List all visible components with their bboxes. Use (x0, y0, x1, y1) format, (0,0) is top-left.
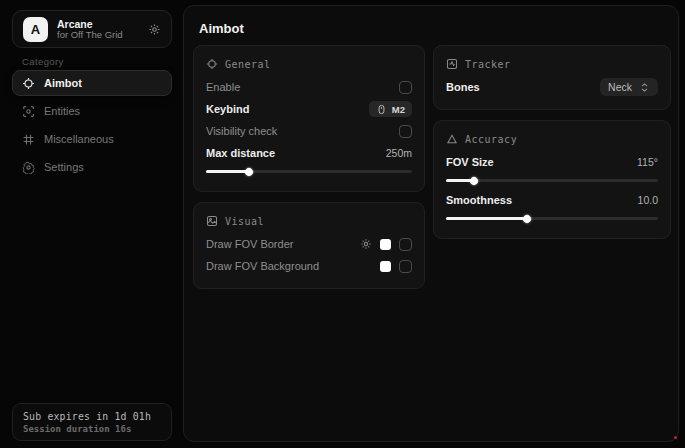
tracker-icon (446, 58, 458, 70)
keybind-label: Keybind (206, 103, 249, 115)
crosshair-icon (206, 58, 218, 70)
sub-expiry-text: Sub expires in 1d 01h (23, 411, 161, 422)
bones-label: Bones (446, 81, 480, 93)
image-icon (206, 215, 218, 227)
sidebar-item-entities[interactable]: Entities (12, 98, 172, 124)
visibility-check-row: Visibility check (206, 120, 412, 142)
sidebar-item-label: Settings (44, 161, 84, 173)
gear-icon[interactable] (148, 23, 161, 36)
max-distance-slider[interactable] (206, 165, 412, 177)
tracker-card: Tracker Bones Neck (433, 45, 671, 110)
fov-background-color-swatch[interactable] (380, 261, 391, 272)
accuracy-card: Accuracy FOV Size 115° Smoothness 10.0 (433, 120, 671, 239)
fov-size-row: FOV Size 115° (446, 151, 658, 173)
app-logo-letter: A (31, 22, 40, 37)
draw-fov-border-label: Draw FOV Border (206, 238, 293, 250)
page-title: Aimbot (199, 21, 244, 36)
app-titles: Arcane for Off The Grid (57, 18, 139, 41)
sidebar: A Arcane for Off The Grid Category Aimbo… (8, 0, 176, 448)
app-logo: A (23, 17, 48, 42)
enable-row: Enable (206, 76, 412, 98)
smoothness-slider[interactable] (446, 212, 658, 224)
sidebar-nav: Aimbot Entities Miscellaneous (12, 70, 172, 182)
sidebar-item-miscellaneous[interactable]: Miscellaneous (12, 126, 172, 152)
main-panel: Aimbot General Enable Keybind (183, 5, 679, 442)
max-distance-label: Max distance (206, 147, 275, 159)
session-duration-text: Session duration 16s (23, 424, 161, 434)
visual-card: Visual Draw FOV Border Draw FOV Back (193, 202, 425, 289)
fov-border-color-swatch[interactable] (380, 239, 391, 250)
keybind-button[interactable]: M2 (369, 101, 412, 117)
slider-handle[interactable] (521, 213, 532, 224)
crosshair-icon (22, 77, 35, 90)
visibility-check-label: Visibility check (206, 125, 277, 137)
draw-fov-background-checkbox[interactable] (399, 260, 412, 273)
max-distance-value: 250m (386, 147, 412, 159)
general-card: General Enable Keybind M2 (193, 45, 425, 192)
smoothness-label: Smoothness (446, 194, 512, 206)
subscription-info-card: Sub expires in 1d 01h Session duration 1… (12, 403, 172, 441)
enable-checkbox[interactable] (399, 81, 412, 94)
keybind-row: Keybind M2 (206, 98, 412, 120)
red-dot (674, 436, 677, 439)
app-logo-card: A Arcane for Off The Grid (12, 10, 172, 48)
app-name: Arcane (57, 18, 139, 30)
slider-handle[interactable] (468, 175, 479, 186)
app-subtitle: for Off The Grid (57, 30, 139, 41)
right-column: Tracker Bones Neck (433, 45, 671, 249)
triangle-icon (446, 133, 458, 145)
card-title: Visual (225, 216, 264, 227)
bones-selected-value: Neck (608, 81, 632, 93)
gear-icon (22, 161, 35, 174)
slider-handle[interactable] (244, 166, 255, 177)
keybind-value: M2 (392, 104, 405, 115)
smoothness-value: 10.0 (638, 194, 658, 206)
draw-fov-background-row: Draw FOV Background (206, 255, 412, 277)
mouse-icon (376, 104, 387, 115)
slider-fill (206, 170, 249, 173)
draw-fov-background-label: Draw FOV Background (206, 260, 319, 272)
sidebar-item-label: Aimbot (44, 77, 82, 89)
bones-row: Bones Neck (446, 76, 658, 98)
enable-label: Enable (206, 81, 240, 93)
sidebar-item-label: Miscellaneous (44, 133, 114, 145)
max-distance-row: Max distance 250m (206, 142, 412, 164)
draw-fov-border-checkbox[interactable] (399, 238, 412, 251)
entity-scan-icon (22, 105, 35, 118)
gear-icon[interactable] (360, 238, 372, 250)
card-title: Tracker (465, 59, 511, 70)
smoothness-row: Smoothness 10.0 (446, 189, 658, 211)
hash-grid-icon (22, 133, 35, 146)
left-column: General Enable Keybind M2 (193, 45, 425, 299)
bones-select[interactable]: Neck (600, 78, 658, 96)
fov-size-slider[interactable] (446, 174, 658, 186)
chevrons-up-down-icon (639, 82, 650, 93)
fov-size-label: FOV Size (446, 156, 494, 168)
draw-fov-border-row: Draw FOV Border (206, 233, 412, 255)
visibility-check-checkbox[interactable] (399, 125, 412, 138)
slider-fill (446, 217, 527, 220)
sidebar-item-settings[interactable]: Settings (12, 154, 172, 180)
sidebar-item-aimbot[interactable]: Aimbot (12, 70, 172, 96)
category-label: Category (22, 56, 64, 67)
fov-size-value: 115° (637, 156, 658, 168)
sidebar-item-label: Entities (44, 105, 80, 117)
card-title: General (225, 59, 271, 70)
card-title: Accuracy (465, 134, 517, 145)
